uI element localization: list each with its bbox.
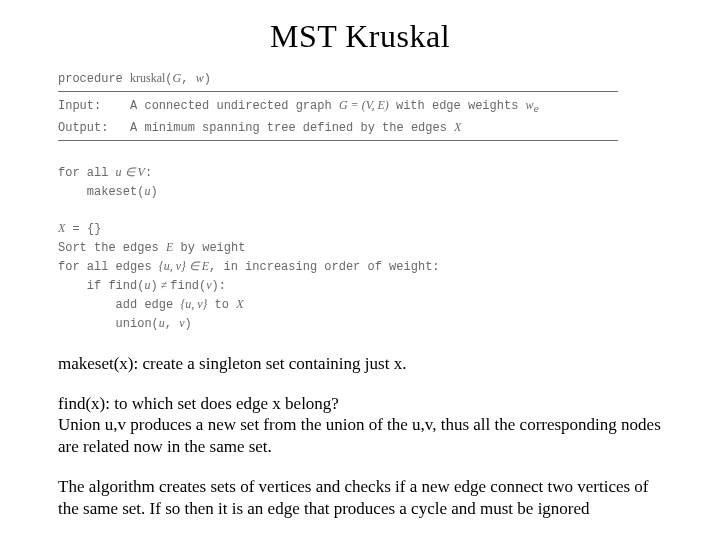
forall-1-expr: u ∈ V — [116, 165, 145, 179]
pseudocode-block: procedure kruskal(G, w) Input: A connect… — [58, 69, 662, 333]
slide: MST Kruskal procedure kruskal(G, w) Inpu… — [0, 0, 720, 540]
forall-1-kw: for all — [58, 166, 116, 180]
makeset-call-b: ) — [150, 185, 157, 199]
input-text-2: with edge weights — [389, 99, 526, 113]
sort-text-a: Sort the edges — [58, 241, 166, 255]
para-algorithm: The algorithm creates sets of vertices a… — [58, 476, 662, 520]
output-X: X — [454, 120, 461, 134]
find-u-a: find( — [108, 279, 144, 293]
neq: ≠ — [158, 278, 171, 292]
para-makeset: makeset(x): create a singleton set conta… — [58, 353, 662, 375]
find-u-b: ) — [150, 279, 157, 293]
forall-1-colon: : — [145, 166, 152, 180]
add-edge-X: X — [236, 297, 243, 311]
x-init-eq: = {} — [65, 222, 101, 236]
page-title: MST Kruskal — [58, 18, 662, 55]
forall-2-kw: for all edges — [58, 260, 159, 274]
proc-arg-w: w — [196, 71, 204, 85]
if-colon: : — [219, 279, 226, 293]
proc-sep: , — [181, 72, 195, 86]
proc-close: ) — [204, 72, 211, 86]
add-edge-b: to — [207, 298, 236, 312]
explanation-block: makeset(x): create a singleton set conta… — [58, 353, 662, 520]
proc-keyword: procedure — [58, 72, 130, 86]
union-b: ) — [185, 317, 192, 331]
rule-1 — [58, 91, 618, 92]
forall-2-set: {u, v} ∈ E — [159, 259, 209, 273]
para-union: Union u,v produces a new set from the un… — [58, 414, 662, 458]
input-we-sub: e — [534, 105, 539, 115]
output-label: Output: — [58, 121, 108, 135]
if-kw: if — [87, 279, 109, 293]
add-edge-set: {u, v} — [180, 297, 207, 311]
add-edge-a: add edge — [116, 298, 181, 312]
proc-name: kruskal — [130, 71, 165, 85]
union-sep: , — [165, 317, 179, 331]
proc-open: ( — [165, 72, 172, 86]
input-text-1: A connected undirected graph — [130, 99, 339, 113]
find-v-a: find( — [170, 279, 206, 293]
input-label: Input: — [58, 99, 101, 113]
makeset-call-a: makeset( — [87, 185, 145, 199]
find-v-b: ) — [212, 279, 219, 293]
forall-2-rest: , in increasing order of weight: — [209, 260, 439, 274]
output-text: A minimum spanning tree defined by the e… — [130, 121, 454, 135]
para-find: find(x): to which set does edge x belong… — [58, 393, 662, 415]
input-we: w — [526, 98, 534, 112]
rule-2 — [58, 140, 618, 141]
input-graph: G = (V, E) — [339, 98, 389, 112]
union-a: union( — [116, 317, 159, 331]
proc-arg-G: G — [173, 71, 182, 85]
sort-text-b: by weight — [173, 241, 245, 255]
